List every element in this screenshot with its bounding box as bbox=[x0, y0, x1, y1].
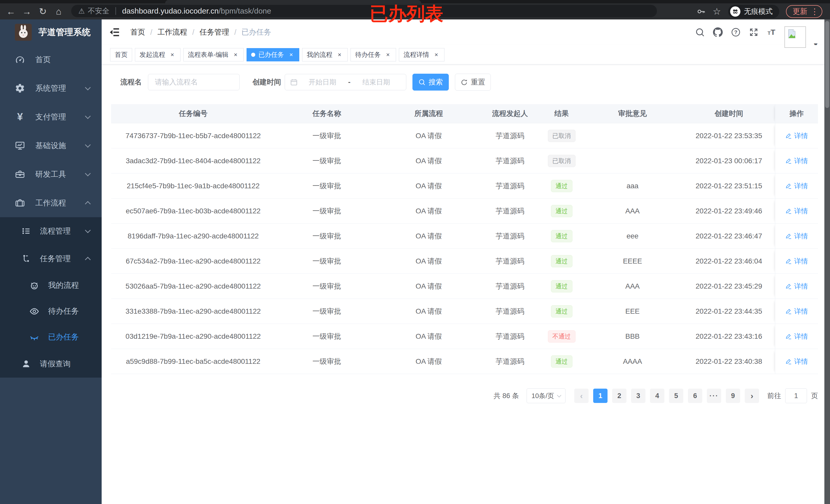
page-button[interactable]: ··· bbox=[707, 389, 721, 403]
fullscreen-icon[interactable] bbox=[749, 27, 759, 37]
result-badge: 通过 bbox=[551, 230, 572, 242]
font-size-icon[interactable] bbox=[767, 27, 776, 37]
forward-button[interactable]: → bbox=[19, 6, 35, 17]
tab-label: 待办任务 bbox=[355, 51, 381, 59]
detail-link[interactable]: 详情 bbox=[785, 282, 808, 291]
page-button[interactable]: 2 bbox=[612, 389, 627, 403]
breadcrumb-item[interactable]: 任务管理 bbox=[187, 27, 229, 37]
browser-menu-icon[interactable]: ⋮ bbox=[810, 7, 819, 16]
created-time-cell: 2022-01-22 23:49:46 bbox=[683, 199, 775, 223]
page-button[interactable]: 1 bbox=[593, 389, 608, 403]
detail-link[interactable]: 详情 bbox=[785, 206, 808, 216]
reload-button[interactable]: ↻ bbox=[35, 6, 51, 17]
sidebar-item[interactable]: 基础设施 bbox=[0, 131, 102, 160]
tab[interactable]: 流程表单-编辑 × bbox=[183, 48, 244, 61]
result-cell: 通过 bbox=[541, 274, 582, 299]
table-row: 53026aa5-7b9a-11ec-a290-acde48001122 一级审… bbox=[111, 274, 818, 299]
page-button[interactable]: 6 bbox=[688, 389, 702, 403]
sidebar-subitem[interactable]: 我的流程 bbox=[0, 272, 102, 298]
result-cell: 不通过 bbox=[541, 324, 582, 349]
task-id-cell: 215cf4e5-7b9b-11ec-9a1b-acde48001122 bbox=[111, 173, 275, 198]
address-bar[interactable]: ⚠ 不安全 dashboard.yudao.iocoder.cn/bpm/tas… bbox=[71, 5, 657, 17]
process-cell: OA 请假 bbox=[378, 224, 479, 248]
detail-link[interactable]: 详情 bbox=[785, 257, 808, 266]
result-cell: 通过 bbox=[541, 349, 582, 374]
date-range-input[interactable]: 开始日期 - 结束日期 bbox=[285, 74, 406, 90]
sidebar-subitem[interactable]: 请假查询 bbox=[0, 350, 102, 378]
close-icon[interactable]: × bbox=[169, 51, 176, 58]
page-button[interactable]: 9 bbox=[726, 389, 740, 403]
sidebar-item[interactable]: 研发工具 bbox=[0, 160, 102, 189]
detail-link-label: 详情 bbox=[794, 282, 808, 291]
sidebar-subitem[interactable]: 流程管理 bbox=[0, 217, 102, 245]
sidebar-subitem[interactable]: 待办任务 bbox=[0, 298, 102, 324]
close-icon[interactable]: × bbox=[433, 51, 440, 58]
close-icon[interactable]: × bbox=[336, 51, 343, 58]
page-button[interactable]: 5 bbox=[669, 389, 683, 403]
detail-link[interactable]: 详情 bbox=[785, 131, 808, 140]
page-size-select[interactable]: 10条/页 bbox=[526, 389, 566, 403]
page-button[interactable]: 3 bbox=[631, 389, 645, 403]
close-icon[interactable]: × bbox=[384, 51, 391, 58]
breadcrumb-item[interactable]: 已办任务 bbox=[229, 27, 271, 37]
starter-cell: 芋道源码 bbox=[479, 349, 541, 374]
page-button[interactable]: 4 bbox=[650, 389, 664, 403]
tab[interactable]: 我的流程 × bbox=[302, 48, 348, 61]
close-icon[interactable]: × bbox=[232, 51, 239, 58]
sidebar-item[interactable]: 首页 bbox=[0, 45, 102, 74]
update-button[interactable]: 更新 ⋮ bbox=[786, 5, 822, 18]
detail-link[interactable]: 详情 bbox=[785, 307, 808, 316]
result-cell: 通过 bbox=[541, 199, 582, 223]
chevron-icon bbox=[85, 171, 91, 176]
comment-cell: EEEE bbox=[582, 249, 683, 273]
tab[interactable]: 流程详情 × bbox=[399, 48, 444, 61]
tab[interactable]: 首页 × bbox=[110, 48, 132, 61]
search-button[interactable]: 搜索 bbox=[412, 74, 449, 91]
search-icon[interactable] bbox=[695, 27, 705, 37]
detail-link[interactable]: 详情 bbox=[785, 357, 808, 366]
breadcrumb-item[interactable]: 首页 bbox=[130, 27, 145, 37]
tab[interactable]: 已办任务 × bbox=[247, 48, 299, 61]
page-unit-label: 页 bbox=[811, 391, 818, 400]
bookmark-star-icon[interactable]: ☆ bbox=[713, 6, 721, 17]
sidebar-item[interactable]: 支付管理 bbox=[0, 103, 102, 131]
tab-label: 已办任务 bbox=[258, 51, 284, 59]
incognito-icon bbox=[730, 6, 740, 16]
detail-link-label: 详情 bbox=[794, 232, 808, 241]
sidebar-subitem[interactable]: 任务管理 bbox=[0, 245, 102, 272]
detail-link[interactable]: 详情 bbox=[785, 232, 808, 241]
detail-link[interactable]: 详情 bbox=[785, 156, 808, 166]
home-button[interactable]: ⌂ bbox=[51, 6, 67, 17]
detail-link[interactable]: 详情 bbox=[785, 332, 808, 341]
sidebar-item[interactable]: 工作流程 bbox=[0, 189, 102, 217]
sidebar-item[interactable]: 系统管理 bbox=[0, 74, 102, 103]
comment-cell: EEE bbox=[582, 299, 683, 324]
scrollbar-thumb[interactable] bbox=[825, 21, 829, 108]
end-date-placeholder: 结束日期 bbox=[352, 77, 401, 87]
tab[interactable]: 发起流程 × bbox=[135, 48, 181, 61]
close-icon[interactable]: × bbox=[288, 51, 295, 58]
result-badge: 通过 bbox=[551, 205, 572, 217]
detail-link[interactable]: 详情 bbox=[785, 181, 808, 191]
page-button[interactable]: ‹ bbox=[574, 389, 588, 403]
tab-label: 流程详情 bbox=[404, 51, 429, 59]
update-label: 更新 bbox=[793, 6, 807, 16]
avatar[interactable] bbox=[785, 26, 806, 48]
page-button[interactable]: › bbox=[745, 389, 759, 403]
reset-button[interactable]: 重置 bbox=[455, 74, 491, 91]
tab[interactable]: 待办任务 × bbox=[350, 48, 396, 61]
breadcrumb-item[interactable]: 工作流程 bbox=[145, 27, 187, 37]
github-icon[interactable] bbox=[713, 27, 723, 37]
key-icon[interactable] bbox=[697, 7, 706, 16]
help-icon[interactable] bbox=[731, 27, 741, 37]
edit-icon bbox=[785, 183, 792, 189]
edit-icon bbox=[785, 208, 792, 214]
column-header: 任务编号 bbox=[111, 104, 275, 123]
sidebar-fold-icon[interactable] bbox=[108, 26, 121, 38]
page-scrollbar bbox=[824, 20, 830, 504]
sidebar-item-icon bbox=[15, 169, 25, 179]
sidebar-subitem[interactable]: 已办任务 bbox=[0, 324, 102, 350]
process-name-input[interactable]: 请输入流程名 bbox=[148, 74, 240, 90]
goto-page-input[interactable]: 1 bbox=[785, 389, 807, 403]
back-button[interactable]: ← bbox=[3, 6, 19, 17]
